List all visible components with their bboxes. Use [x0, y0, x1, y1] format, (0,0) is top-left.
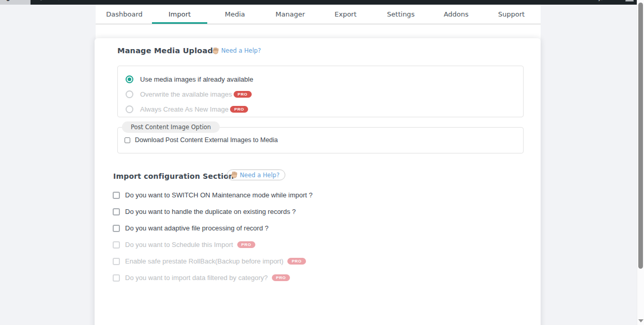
config-filter-by-category[interactable]: Do you want to import data filtered by c…: [113, 274, 313, 282]
config-label: Do you want to SWITCH ON Maintenance mod…: [125, 191, 313, 199]
checkbox-unchecked-icon[interactable]: [113, 258, 120, 265]
tab-support[interactable]: Support: [484, 5, 539, 24]
checkbox-unchecked-icon[interactable]: [113, 225, 120, 232]
config-label: Do you want to import data filtered by c…: [125, 274, 268, 282]
scroll-down-arrow-icon[interactable]: [638, 319, 643, 322]
comments-menu[interactable]: 0: [57, 0, 70, 1]
checkbox-unchecked-icon[interactable]: [113, 208, 120, 215]
import-config-list: Do you want to SWITCH ON Maintenance mod…: [113, 191, 313, 282]
tab-import[interactable]: Import: [152, 5, 207, 24]
import-help-button[interactable]: Need a Help?: [227, 169, 285, 180]
config-schedule-import[interactable]: Do you want to Schedule this Import PRO: [113, 241, 313, 249]
new-content-button[interactable]: + New: [77, 0, 95, 1]
tab-addons[interactable]: Addons: [428, 5, 484, 24]
pro-badge: PRO: [234, 91, 252, 98]
tab-export[interactable]: Export: [318, 5, 373, 24]
option-use-media-images[interactable]: Use media images if already available: [126, 72, 523, 87]
howdy-admin-menu[interactable]: Howdy, admin: [582, 0, 621, 1]
config-maintenance-mode[interactable]: Do you want to SWITCH ON Maintenance mod…: [113, 191, 313, 199]
config-safe-rollback[interactable]: Enable safe prestate RollBack(Backup bef…: [113, 257, 313, 265]
media-uploads-title: Manage Media Uploads: [117, 47, 218, 55]
radio-unselected-icon[interactable]: [126, 105, 133, 113]
media-options-box: Use media images if already available Ov…: [117, 66, 524, 117]
updates-icon: [38, 0, 44, 1]
option-label: Overwrite the available images: [140, 90, 232, 98]
config-label: Enable safe prestate RollBack(Backup bef…: [125, 257, 283, 265]
media-help-link[interactable]: Need a Help?: [212, 47, 261, 54]
import-settings-card: Manage Media Uploads Need a Help? Use me…: [95, 38, 541, 325]
option-label: Always Create As New Image: [140, 105, 228, 113]
hand-icon: [212, 48, 219, 54]
download-external-images-label: Download Post Content External Images to…: [135, 136, 278, 144]
scrollbar-thumb[interactable]: [638, 3, 643, 269]
import-config-title: Import configuration Section: [113, 172, 234, 180]
comments-icon: [57, 0, 64, 1]
media-help-label: Need a Help?: [221, 47, 261, 54]
updates-menu[interactable]: 3: [38, 0, 50, 1]
wp-admin-bar: g asdf 3 0 + New Howdy, admin: [0, 0, 637, 5]
post-content-legend: Post Content Image Option: [122, 121, 220, 133]
option-label: Use media images if already available: [140, 75, 253, 83]
checkbox-unchecked-icon[interactable]: [113, 192, 120, 199]
page-scrollbar[interactable]: [637, 0, 644, 325]
tab-media[interactable]: Media: [207, 5, 263, 24]
import-help-label: Need a Help?: [240, 172, 280, 179]
avatar[interactable]: [625, 0, 634, 2]
checkbox-unchecked-icon[interactable]: [113, 274, 120, 282]
pro-badge: PRO: [230, 106, 248, 113]
config-label: Do you want to Schedule this Import: [125, 241, 233, 249]
checkbox-unchecked-icon[interactable]: [113, 241, 120, 249]
download-external-images-option[interactable]: Download Post Content External Images to…: [118, 136, 523, 144]
radio-selected-icon[interactable]: [126, 75, 133, 83]
plugin-nav-tabs: Dashboard Import Media Manager Export Se…: [96, 5, 541, 24]
comment-count: 0: [66, 0, 70, 1]
site-name-menu[interactable]: g asdf: [0, 0, 30, 5]
config-label: Do you want adaptive file processing of …: [125, 224, 269, 232]
config-handle-duplicates[interactable]: Do you want to handle the duplicate on e…: [113, 208, 313, 215]
new-content-label: + New: [77, 0, 95, 1]
pro-badge: PRO: [287, 258, 305, 265]
config-label: Do you want to handle the duplicate on e…: [125, 208, 296, 215]
update-count: 3: [47, 0, 50, 1]
tab-dashboard[interactable]: Dashboard: [97, 5, 152, 24]
tab-settings[interactable]: Settings: [373, 5, 428, 24]
pro-badge: PRO: [237, 241, 255, 248]
option-always-create-new[interactable]: Always Create As New Image PRO: [126, 102, 523, 117]
tab-manager[interactable]: Manager: [263, 5, 318, 24]
checkbox-unchecked-icon[interactable]: [125, 137, 130, 143]
hand-icon: [231, 172, 237, 178]
radio-unselected-icon[interactable]: [126, 90, 133, 98]
option-overwrite-images[interactable]: Overwrite the available images PRO: [126, 87, 523, 102]
config-adaptive-processing[interactable]: Do you want adaptive file processing of …: [113, 224, 313, 232]
pro-badge: PRO: [272, 274, 290, 281]
